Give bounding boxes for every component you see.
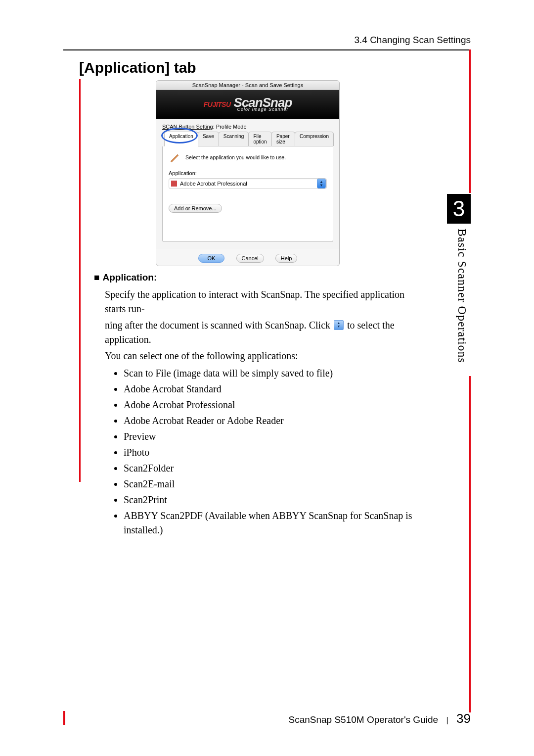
cancel-button[interactable]: Cancel — [236, 254, 264, 263]
list-item: Scan2Folder — [124, 461, 426, 475]
page-heading: [Application] tab — [79, 59, 196, 76]
scansnap-logo: ScanSnap Color Image Scanner — [234, 97, 292, 112]
header-rule — [63, 49, 471, 50]
tab-application[interactable]: Application — [164, 132, 198, 146]
application-dropdown-value: Adobe Acrobat Professional — [179, 181, 316, 187]
tab-scanning[interactable]: Scanning — [219, 132, 249, 146]
tab-compression[interactable]: Compression — [295, 132, 334, 146]
dialog-titlebar: ScanSnap Manager - Scan and Save Setting… — [156, 81, 339, 90]
acrobat-icon — [171, 181, 177, 187]
accent-bar-right-lower — [469, 376, 471, 712]
chapter-title-vertical: Basic Scanner Operations — [455, 229, 469, 363]
list-item: Preview — [124, 429, 426, 444]
mode-line-underline: SCAN Button Setting — [162, 124, 213, 130]
para-line-2: ning after the document is scanned with … — [105, 318, 426, 347]
mode-line: SCAN Button Setting: Profile Mode — [162, 124, 333, 130]
tab-file-option[interactable]: File option — [248, 132, 272, 146]
section-header: 3.4 Changing Scan Settings — [63, 35, 471, 46]
para-line-3: You can select one of the following appl… — [105, 349, 426, 363]
footer-page-number: 39 — [456, 711, 471, 726]
dropdown-inline-icon — [334, 320, 344, 330]
para-line-1: Specify the application to interact with… — [105, 287, 426, 316]
accent-bar-right-upper — [469, 49, 471, 193]
body-text: ■Application: Specify the application to… — [94, 271, 426, 539]
footer-separator: | — [446, 716, 448, 724]
list-item: Scan2Print — [124, 493, 426, 507]
dialog-banner: FUJITSU ScanSnap Color Image Scanner — [156, 90, 339, 119]
help-button[interactable]: Help — [275, 254, 298, 263]
dropdown-arrow-icon[interactable]: ▲▼ — [317, 179, 326, 189]
tab-application-panel: Select the application you would like to… — [162, 146, 333, 242]
tab-paper-size[interactable]: Paper size — [271, 132, 295, 146]
ok-button[interactable]: OK — [198, 254, 225, 263]
chapter-number-box: 3 — [447, 194, 471, 224]
scansnap-settings-dialog: ScanSnap Manager - Scan and Save Setting… — [156, 80, 340, 266]
add-or-remove-button[interactable]: Add or Remove... — [169, 204, 222, 213]
accent-bar-left — [79, 79, 81, 482]
list-item: iPhoto — [124, 445, 426, 460]
application-dropdown[interactable]: Adobe Acrobat Professional ▲▼ — [169, 178, 327, 189]
application-list: Scan to File (image data will be simply … — [124, 366, 426, 537]
list-item: Adobe Acrobat Standard — [124, 382, 426, 396]
tab-save[interactable]: Save — [198, 132, 219, 146]
list-item: Scan2E-mail — [124, 477, 426, 491]
list-item: Adobe Acrobat Professional — [124, 398, 426, 412]
mode-line-value: : Profile Mode — [213, 124, 247, 130]
list-item: Scan to File (image data will be simply … — [124, 366, 426, 380]
page-footer: ScanSnap S510M Operator's Guide | 39 — [63, 711, 471, 726]
footer-guide-name: ScanSnap S510M Operator's Guide — [288, 714, 438, 725]
tab-bar: Application Save Scanning File option Pa… — [164, 132, 333, 146]
application-field-label: Application: — [169, 170, 327, 176]
list-item: Adobe Acrobat Reader or Adobe Reader — [124, 414, 426, 428]
list-item: ABBYY Scan2PDF (Available when ABBYY Sca… — [124, 509, 426, 537]
scansnap-logo-sub: Color Image Scanner — [234, 108, 292, 112]
pen-icon — [169, 151, 180, 163]
hint-text: Select the application you would like to… — [185, 154, 286, 160]
fujitsu-logo: FUJITSU — [204, 100, 231, 108]
application-subheading: ■Application: — [94, 271, 426, 284]
dialog-footer-buttons: OK Cancel Help — [156, 249, 339, 266]
